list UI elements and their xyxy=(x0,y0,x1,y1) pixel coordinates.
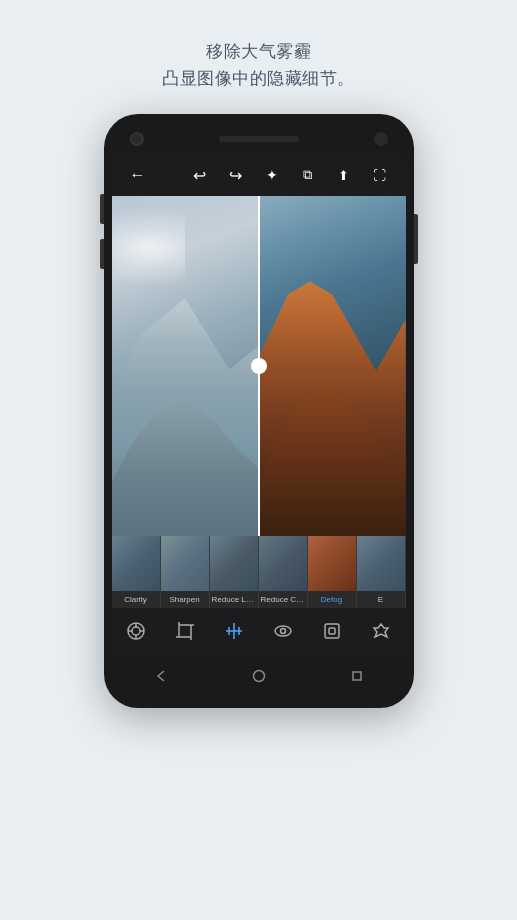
undo-button[interactable]: ↩ xyxy=(188,166,212,185)
earpiece-speaker xyxy=(219,136,299,142)
thumb-reduce-color-preview xyxy=(259,536,307,591)
thumb-e-label: E xyxy=(357,595,405,604)
toolbar-right-icons: ↩ ↪ ✦ ⧉ ⬆ ⛶ xyxy=(188,166,392,185)
thumb-reduce-lumi[interactable]: Reduce Lumi.. xyxy=(210,536,259,608)
filter-thumbnail-strip[interactable]: Clarity Sharpen Reduce Lumi.. Reduce Col… xyxy=(112,536,406,608)
nav-back-button[interactable] xyxy=(152,667,170,685)
image-comparison-area[interactable] xyxy=(112,196,406,536)
front-camera xyxy=(130,132,144,146)
fullscreen-button[interactable]: ⛶ xyxy=(368,168,392,183)
thumb-sharpen-preview xyxy=(161,536,209,591)
header-line2: 凸显图像中的隐藏细节。 xyxy=(0,65,517,92)
split-handle[interactable] xyxy=(251,358,267,374)
nav-home-button[interactable] xyxy=(250,667,268,685)
auto-button[interactable]: ✦ xyxy=(260,167,284,183)
power-button xyxy=(414,214,418,264)
proximity-sensor xyxy=(374,132,388,146)
selective-button[interactable] xyxy=(322,621,342,646)
back-button[interactable]: ← xyxy=(126,166,150,184)
phone-screen: ← ↩ ↪ ✦ ⧉ ⬆ ⛶ Clarity xyxy=(112,154,406,694)
svg-point-15 xyxy=(275,626,291,636)
image-before xyxy=(112,196,259,536)
view-button[interactable] xyxy=(273,621,293,646)
presets-tool-button[interactable] xyxy=(126,621,146,646)
thumb-sharpen-label: Sharpen xyxy=(161,595,209,604)
share-button[interactable]: ⬆ xyxy=(332,168,356,183)
split-divider[interactable] xyxy=(258,196,260,536)
thumb-e[interactable]: E xyxy=(357,536,406,608)
thumb-clarity-label: Clarity xyxy=(112,595,160,604)
svg-rect-18 xyxy=(329,628,335,634)
volume-up-button xyxy=(100,194,104,224)
nav-recent-button[interactable] xyxy=(348,667,366,685)
app-toolbar: ← ↩ ↪ ✦ ⧉ ⬆ ⛶ xyxy=(112,154,406,196)
thumb-clarity[interactable]: Clarity xyxy=(112,536,161,608)
thumb-reduce-color-label: Reduce Colo.. xyxy=(259,595,307,604)
phone-mockup: ← ↩ ↪ ✦ ⧉ ⬆ ⛶ Clarity xyxy=(104,114,414,708)
thumb-reduce-lumi-preview xyxy=(210,536,258,591)
svg-point-19 xyxy=(253,671,264,682)
healing-button[interactable] xyxy=(371,621,391,646)
thumb-reduce-color[interactable]: Reduce Colo.. xyxy=(259,536,308,608)
redo-button[interactable]: ↪ xyxy=(224,166,248,185)
thumb-defog[interactable]: Defog xyxy=(308,536,357,608)
header-section: 移除大气雾霾 凸显图像中的隐藏细节。 xyxy=(0,0,517,114)
svg-rect-17 xyxy=(325,624,339,638)
svg-point-1 xyxy=(132,627,140,635)
compare-button[interactable]: ⧉ xyxy=(296,167,320,183)
svg-rect-20 xyxy=(353,672,361,680)
phone-top-bar xyxy=(112,128,406,154)
bottom-toolbar xyxy=(112,608,406,658)
svg-point-16 xyxy=(281,628,286,633)
snow-effect xyxy=(112,196,186,366)
thumb-reduce-lumi-label: Reduce Lumi.. xyxy=(210,595,258,604)
thumb-e-preview xyxy=(357,536,405,591)
thumb-defog-label: Defog xyxy=(308,595,356,604)
crop-tool-button[interactable] xyxy=(175,621,195,646)
volume-down-button xyxy=(100,239,104,269)
thumb-sharpen[interactable]: Sharpen xyxy=(161,536,210,608)
svg-rect-6 xyxy=(179,625,191,637)
thumb-clarity-preview xyxy=(112,536,160,591)
android-nav-bar xyxy=(112,658,406,694)
thumb-defog-preview xyxy=(308,536,356,591)
detail-tool-button[interactable] xyxy=(224,621,244,646)
header-line1: 移除大气雾霾 xyxy=(0,38,517,65)
image-after xyxy=(259,196,406,536)
